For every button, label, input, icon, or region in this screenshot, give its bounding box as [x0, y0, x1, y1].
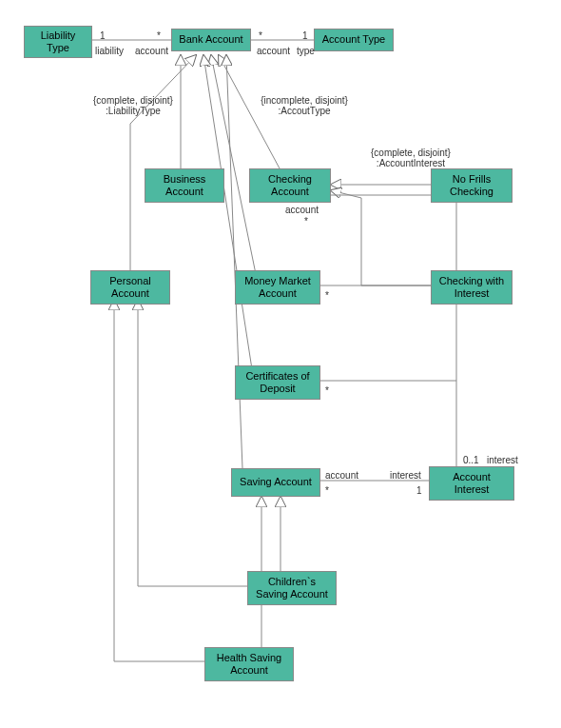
- multiplicity-label: 1: [302, 30, 308, 41]
- class-account-type[interactable]: Account Type: [314, 29, 394, 51]
- class-liability-type[interactable]: Liability Type: [24, 26, 92, 58]
- role-label: account: [257, 46, 290, 56]
- class-checking-account[interactable]: Checking Account: [249, 168, 331, 203]
- multiplicity-label: *: [157, 30, 161, 41]
- class-bank-account[interactable]: Bank Account: [171, 29, 251, 51]
- multiplicity-label: *: [304, 216, 308, 226]
- constraint-label: {incomplete, disjoint} :AccoutType: [247, 95, 361, 116]
- role-label: account: [285, 205, 319, 215]
- class-saving-account[interactable]: Saving Account: [231, 468, 320, 497]
- multiplicity-label: *: [325, 485, 329, 496]
- class-no-frills-checking[interactable]: No Frills Checking: [431, 168, 513, 203]
- role-label: liability: [95, 46, 124, 56]
- multiplicity-label: *: [325, 385, 329, 396]
- constraint-label: {complete, disjoint} :AccountInterest: [354, 148, 468, 168]
- multiplicity-label: *: [259, 30, 262, 41]
- multiplicity-label: 0..1: [463, 455, 479, 465]
- class-account-interest[interactable]: Account Interest: [429, 466, 514, 501]
- class-certificates-of-deposit[interactable]: Certificates of Deposit: [235, 365, 320, 400]
- role-label: account: [135, 46, 168, 56]
- class-health-saving-account[interactable]: Health Saving Account: [204, 647, 294, 681]
- role-label: interest: [390, 470, 421, 481]
- class-checking-with-interest[interactable]: Checking with Interest: [431, 270, 513, 305]
- multiplicity-label: 1: [100, 30, 106, 41]
- constraint-label: {complete, disjoint} :LiabilityType: [76, 95, 190, 116]
- multiplicity-label: 1: [416, 485, 422, 496]
- class-business-account[interactable]: Business Account: [145, 168, 224, 203]
- role-label: interest: [487, 455, 518, 465]
- class-personal-account[interactable]: Personal Account: [90, 270, 170, 305]
- role-label: type: [297, 46, 315, 56]
- class-money-market-account[interactable]: Money Market Account: [235, 270, 320, 305]
- role-label: account: [325, 470, 358, 481]
- multiplicity-label: *: [325, 290, 329, 301]
- class-childrens-saving-account[interactable]: Children`s Saving Account: [247, 571, 337, 605]
